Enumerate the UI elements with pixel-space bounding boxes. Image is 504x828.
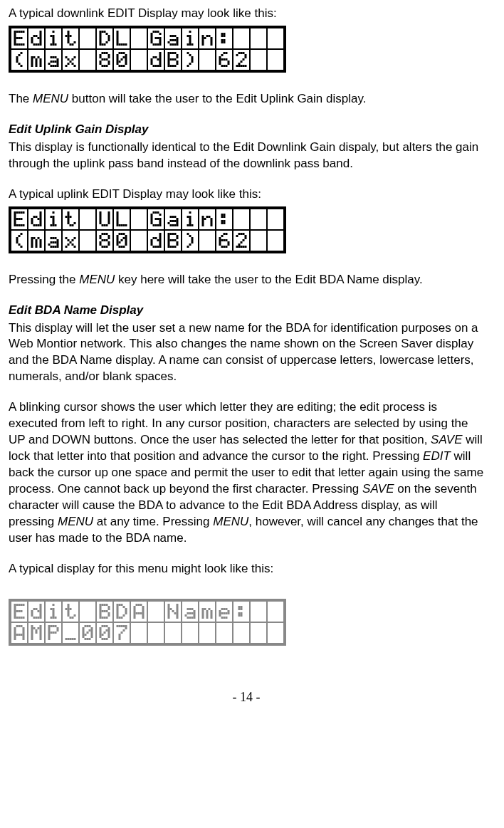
intro-uplink-text: A typical uplink EDIT Display may look l… bbox=[9, 187, 484, 203]
svg-rect-684 bbox=[134, 617, 136, 619]
lcd-cell bbox=[45, 28, 62, 49]
svg-rect-793 bbox=[38, 627, 40, 629]
lcd-cell bbox=[164, 622, 182, 644]
lcd-cell bbox=[250, 230, 267, 251]
lcd-cell bbox=[250, 49, 267, 70]
svg-rect-667 bbox=[117, 612, 119, 614]
svg-rect-403 bbox=[177, 218, 179, 220]
svg-rect-199 bbox=[106, 65, 108, 67]
svg-rect-290 bbox=[243, 58, 245, 61]
lcd-cell bbox=[79, 49, 96, 70]
svg-rect-670 bbox=[119, 604, 121, 606]
svg-rect-629 bbox=[53, 614, 55, 617]
svg-rect-209 bbox=[119, 52, 121, 54]
svg-rect-499 bbox=[117, 237, 119, 239]
svg-rect-489 bbox=[104, 239, 106, 241]
svg-rect-488 bbox=[104, 233, 106, 235]
svg-rect-466 bbox=[55, 241, 57, 243]
svg-rect-685 bbox=[136, 604, 138, 606]
svg-rect-291 bbox=[243, 65, 245, 67]
svg-rect-303 bbox=[16, 218, 19, 220]
svg-rect-193 bbox=[102, 65, 104, 67]
svg-rect-72 bbox=[117, 35, 119, 37]
svg-rect-848 bbox=[104, 625, 106, 627]
svg-rect-258 bbox=[177, 63, 179, 65]
svg-rect-32 bbox=[40, 41, 42, 43]
svg-rect-88 bbox=[155, 31, 157, 33]
svg-rect-241 bbox=[168, 56, 170, 58]
svg-rect-800 bbox=[40, 638, 42, 640]
svg-rect-589 bbox=[14, 604, 16, 606]
svg-rect-423 bbox=[209, 216, 211, 218]
lcd-cell bbox=[130, 28, 147, 49]
svg-rect-161 bbox=[40, 61, 42, 63]
svg-rect-345 bbox=[70, 216, 72, 218]
svg-rect-498 bbox=[117, 235, 119, 237]
lcd-cell bbox=[113, 601, 130, 622]
svg-rect-277 bbox=[226, 58, 228, 61]
lcd-cell bbox=[216, 622, 233, 644]
svg-rect-67 bbox=[108, 35, 110, 37]
svg-rect-805 bbox=[48, 634, 51, 636]
svg-rect-41 bbox=[53, 43, 55, 46]
svg-rect-328 bbox=[40, 224, 42, 226]
svg-rect-438 bbox=[16, 241, 19, 243]
svg-rect-511 bbox=[123, 246, 125, 248]
svg-rect-634 bbox=[68, 606, 70, 608]
lcd-cell bbox=[79, 622, 96, 644]
svg-rect-181 bbox=[68, 63, 70, 65]
svg-rect-183 bbox=[72, 58, 74, 61]
svg-rect-553 bbox=[187, 233, 189, 235]
lcd-downlink-display bbox=[9, 26, 286, 73]
bda-name-description: This display will let the user set a new… bbox=[9, 320, 484, 386]
svg-rect-676 bbox=[125, 608, 127, 610]
svg-rect-331 bbox=[53, 211, 55, 214]
svg-rect-822 bbox=[83, 629, 85, 632]
svg-rect-271 bbox=[221, 58, 224, 61]
svg-rect-586 bbox=[245, 235, 247, 237]
svg-rect-759 bbox=[238, 612, 241, 614]
svg-rect-641 bbox=[72, 617, 74, 619]
svg-rect-750 bbox=[224, 612, 226, 614]
svg-rect-131 bbox=[211, 39, 213, 41]
svg-rect-302 bbox=[16, 211, 19, 214]
svg-rect-338 bbox=[65, 216, 68, 218]
svg-rect-747 bbox=[221, 612, 224, 614]
text-frag: A blinking cursor shows the user which l… bbox=[9, 400, 468, 446]
svg-rect-405 bbox=[177, 222, 179, 224]
svg-rect-778 bbox=[23, 629, 25, 632]
svg-rect-108 bbox=[174, 43, 177, 46]
svg-rect-860 bbox=[119, 625, 121, 627]
svg-rect-483 bbox=[100, 241, 102, 243]
svg-rect-191 bbox=[102, 52, 104, 54]
svg-rect-46 bbox=[68, 35, 70, 37]
svg-rect-266 bbox=[219, 56, 221, 58]
svg-rect-430 bbox=[221, 220, 224, 222]
heading-edit-uplink: Edit Uplink Gain Display bbox=[9, 122, 484, 138]
svg-rect-604 bbox=[21, 617, 23, 619]
svg-rect-804 bbox=[48, 632, 51, 634]
svg-rect-769 bbox=[14, 636, 16, 638]
svg-rect-409 bbox=[189, 211, 191, 214]
svg-rect-100 bbox=[170, 35, 172, 37]
svg-rect-492 bbox=[106, 239, 108, 241]
svg-rect-437 bbox=[16, 239, 19, 241]
svg-rect-495 bbox=[108, 237, 110, 239]
lcd-cell bbox=[28, 622, 45, 644]
svg-rect-844 bbox=[100, 636, 102, 638]
svg-rect-103 bbox=[172, 35, 174, 37]
lcd-uplink-display bbox=[9, 206, 286, 253]
svg-rect-688 bbox=[138, 612, 140, 614]
svg-rect-118 bbox=[189, 39, 191, 41]
svg-rect-21 bbox=[33, 35, 36, 37]
svg-rect-645 bbox=[100, 608, 102, 610]
svg-rect-262 bbox=[189, 63, 191, 65]
svg-rect-390 bbox=[159, 220, 162, 222]
svg-rect-573 bbox=[228, 241, 230, 243]
svg-rect-704 bbox=[170, 608, 172, 610]
svg-rect-730 bbox=[202, 612, 204, 614]
svg-rect-852 bbox=[106, 629, 108, 632]
svg-rect-212 bbox=[121, 52, 123, 54]
svg-rect-110 bbox=[177, 39, 179, 41]
svg-rect-738 bbox=[209, 608, 211, 610]
